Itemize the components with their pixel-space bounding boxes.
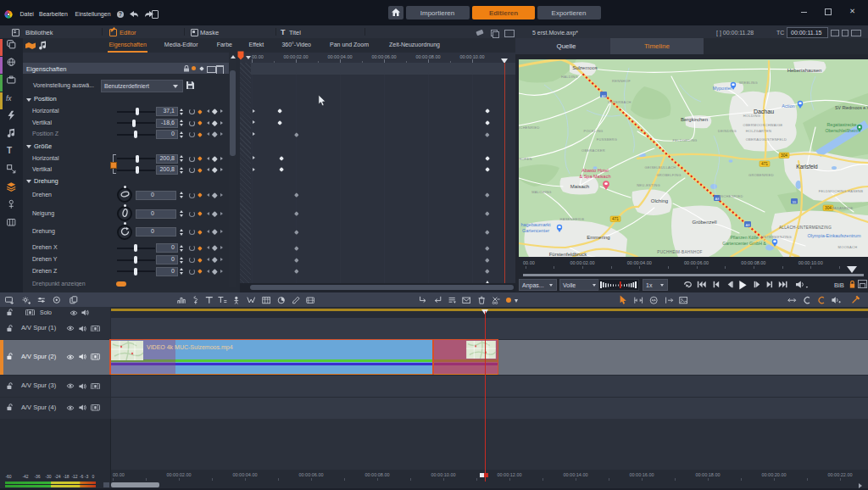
svg-text:304: 304 bbox=[825, 206, 832, 210]
svg-text:HOLDING: HOLDING bbox=[743, 114, 760, 118]
svg-text:A8: A8 bbox=[746, 223, 751, 227]
svg-text:Olympia-Einkaufszentrum: Olympia-Einkaufszentrum bbox=[808, 233, 861, 238]
svg-text:HOLZGARTEN: HOLZGARTEN bbox=[746, 129, 771, 133]
svg-text:471: 471 bbox=[612, 217, 619, 221]
svg-text:Gartencenter GmbH &: Gartencenter GmbH & bbox=[722, 241, 766, 246]
svg-text:RENNHOF: RENNHOF bbox=[612, 79, 631, 83]
svg-text:Action: Action bbox=[782, 103, 794, 109]
svg-text:304: 304 bbox=[781, 153, 787, 158]
svg-text:WIEBLING: WIEBLING bbox=[739, 81, 758, 85]
svg-text:Abasto Hotel: Abasto Hotel bbox=[581, 168, 609, 173]
svg-text:KUCHENRIED: KUCHENRIED bbox=[519, 125, 540, 130]
svg-text:GRÖBENRIED: GRÖBENRIED bbox=[748, 173, 774, 177]
svg-text:UNTERMENZING: UNTERMENZING bbox=[761, 235, 792, 239]
svg-text:OBERAUGUSTENFELD: OBERAUGUSTENFELD bbox=[746, 137, 787, 142]
svg-text:Gröbenzell: Gröbenzell bbox=[692, 220, 716, 225]
svg-text:PUCHHEIM-BAHNHOF: PUCHHEIM-BAHNHOF bbox=[657, 250, 702, 254]
svg-text:Emmering: Emmering bbox=[587, 235, 609, 240]
svg-text:Maisach: Maisach bbox=[570, 184, 589, 189]
svg-text:MALCHING: MALCHING bbox=[531, 190, 552, 194]
svg-text:NEU-ESTING: NEU-ESTING bbox=[637, 183, 660, 187]
svg-text:& Spa Maisach: & Spa Maisach bbox=[580, 174, 611, 179]
svg-text:FELDGEDING: FELDGEDING bbox=[672, 138, 697, 142]
svg-text:SV Riedmoos e.V 1959: SV Riedmoos e.V 1959 bbox=[835, 105, 868, 110]
svg-text:Oberschleißheim: Oberschleißheim bbox=[825, 128, 858, 133]
svg-text:Pflanzen Kölle: Pflanzen Kölle bbox=[730, 235, 758, 240]
svg-text:FELDMOCHING HASENB: FELDMOCHING HASENB bbox=[819, 189, 864, 193]
svg-text:Fürstenfeldbruck: Fürstenfeldbruck bbox=[549, 252, 588, 257]
svg-text:DEINDING: DEINDING bbox=[718, 129, 737, 133]
svg-text:Karlsfeld: Karlsfeld bbox=[796, 164, 818, 170]
svg-text:MOOSACH: MOOSACH bbox=[838, 245, 858, 249]
svg-text:Sulzemoos: Sulzemoos bbox=[572, 65, 598, 70]
svg-text:Olching: Olching bbox=[651, 198, 668, 203]
svg-text:ALLACH-UNTERMENZING: ALLACH-UNTERMENZING bbox=[779, 226, 832, 230]
svg-text:GRÖBELFING: GRÖBELFING bbox=[656, 173, 681, 177]
svg-text:HOFEN: HOFEN bbox=[519, 157, 532, 161]
svg-text:Bergkirchen: Bergkirchen bbox=[681, 117, 708, 122]
svg-text:FASANERIE: FASANERIE bbox=[832, 206, 853, 210]
svg-text:FUSSBERG: FUSSBERG bbox=[597, 137, 617, 142]
svg-text:OBERACKER: OBERACKER bbox=[581, 148, 605, 153]
svg-text:UNTERBACH: UNTERBACH bbox=[608, 100, 632, 104]
svg-text:ESCHENRIED: ESCHENRIED bbox=[718, 194, 743, 198]
svg-text:OBERMOOSCHWAIGE: OBERMOOSCHWAIGE bbox=[743, 123, 782, 127]
svg-text:hagebaumarkt: hagebaumarkt bbox=[520, 222, 551, 227]
svg-text:HASENHEIDE: HASENHEIDE bbox=[559, 217, 584, 221]
svg-text:99: 99 bbox=[793, 200, 797, 204]
svg-text:GEISELBULLACH: GEISELBULLACH bbox=[645, 165, 676, 170]
svg-text:A8: A8 bbox=[602, 94, 607, 98]
svg-text:471: 471 bbox=[761, 162, 768, 166]
svg-text:HALDING: HALDING bbox=[561, 75, 578, 79]
svg-text:Myposter: Myposter bbox=[713, 86, 732, 91]
svg-text:PÖCKLING: PÖCKLING bbox=[583, 129, 603, 133]
svg-text:Hebertshausen: Hebertshausen bbox=[787, 68, 822, 73]
svg-text:Regattastrecke: Regattastrecke bbox=[827, 122, 857, 127]
svg-text:Gartencenter: Gartencenter bbox=[522, 228, 549, 233]
